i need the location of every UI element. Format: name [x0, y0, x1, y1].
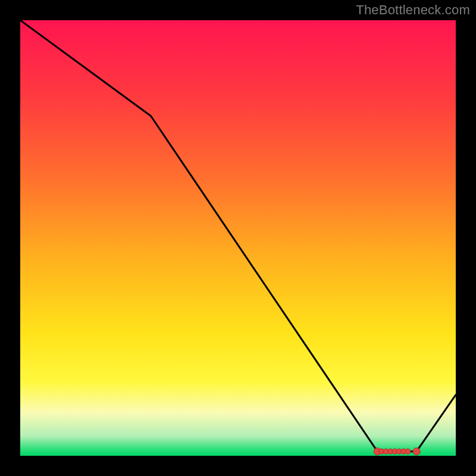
- data-marker: [413, 448, 420, 455]
- attribution-label: TheBottleneck.com: [356, 2, 470, 18]
- chart-canvas: TheBottleneck.com: [0, 0, 476, 476]
- series-line: [20, 20, 456, 452]
- plot-area: [20, 20, 456, 456]
- marker-group: [374, 448, 420, 455]
- chart-overlay: [20, 20, 456, 456]
- data-marker: [405, 449, 411, 454]
